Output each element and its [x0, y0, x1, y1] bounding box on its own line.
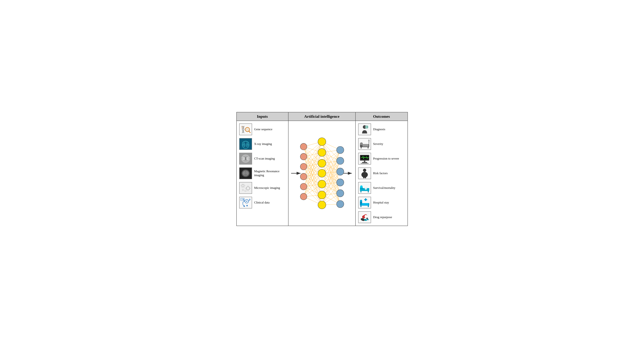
svg-point-144 — [318, 169, 326, 178]
svg-rect-176 — [363, 177, 364, 178]
svg-point-142 — [318, 148, 326, 156]
mri-label: Magnetic Resonance imaging — [254, 169, 286, 177]
diagnosis-icon — [359, 124, 370, 134]
outcomes-panel: Outcomes — [356, 112, 408, 226]
svg-rect-23 — [240, 182, 252, 194]
inputs-header: Inputs — [237, 112, 288, 121]
svg-point-175 — [362, 172, 368, 178]
micro-label: Microscopic imaging — [254, 186, 280, 190]
drug-icon-box — [358, 211, 371, 223]
ctscan-label: CT-scan imaging — [254, 157, 275, 160]
risk-factors-label: Risk factors — [373, 171, 388, 175]
clinical-label: Clinical data — [254, 200, 270, 204]
survival-label: Survival/mortality — [373, 186, 396, 190]
svg-point-147 — [318, 201, 326, 209]
svg-point-153 — [336, 200, 344, 208]
input-item-xray: X-ray imaging — [239, 138, 286, 150]
svg-point-135 — [300, 143, 307, 150]
svg-point-146 — [318, 191, 326, 199]
clinical-icon — [240, 198, 251, 208]
diagnosis-label: Diagnosis — [373, 128, 385, 131]
svg-rect-192 — [362, 203, 368, 205]
outcome-item-hospital: Hospital stay — [358, 196, 405, 209]
svg-rect-179 — [360, 191, 362, 192]
svg-point-148 — [336, 146, 344, 154]
svg-point-136 — [300, 153, 307, 160]
gene-sequence-icon: ATGC TACC — [240, 124, 251, 134]
svg-rect-165 — [362, 144, 368, 147]
ai-body — [288, 121, 355, 226]
svg-rect-191 — [365, 198, 366, 201]
svg-rect-177 — [365, 177, 366, 178]
svg-point-141 — [318, 138, 326, 146]
svg-point-151 — [336, 179, 344, 186]
outcome-item-progression: Progression to severe — [358, 152, 405, 165]
outcome-item-severity: Severity — [358, 138, 405, 150]
severity-icon — [359, 139, 370, 149]
svg-point-137 — [300, 163, 307, 170]
ctscan-icon-box — [239, 153, 252, 164]
svg-rect-173 — [361, 163, 368, 164]
svg-rect-180 — [368, 191, 369, 192]
svg-rect-184 — [366, 188, 366, 190]
svg-point-139 — [300, 183, 307, 190]
input-item-micro: Microscopic imaging — [239, 181, 286, 194]
outcome-item-survival: Survival/mortality — [358, 181, 405, 194]
hospital-stay-label: Hospital stay — [373, 200, 389, 204]
svg-point-12 — [246, 143, 248, 147]
survival-icon — [359, 183, 370, 193]
svg-point-42 — [244, 206, 245, 207]
input-item-ctscan: CT-scan imaging — [239, 152, 286, 165]
xray-label: X-ray imaging — [254, 142, 272, 146]
svg-rect-172 — [362, 162, 367, 163]
svg-line-8 — [249, 131, 250, 133]
input-item-mri: Magnetic Resonance imaging — [239, 167, 286, 180]
outcomes-header: Outcomes — [356, 112, 408, 121]
ctscan-icon — [240, 153, 252, 164]
severity-label: Severity — [373, 142, 383, 146]
outcome-item-risk: Risk factors — [358, 167, 405, 180]
outcomes-body: Diagnosis — [356, 121, 408, 226]
svg-point-41 — [246, 201, 247, 202]
svg-point-198 — [367, 219, 368, 220]
survival-icon-box — [358, 182, 371, 194]
mri-icon — [240, 168, 252, 179]
svg-point-140 — [300, 193, 307, 200]
svg-rect-9 — [240, 138, 252, 150]
svg-point-138 — [300, 173, 307, 180]
svg-point-189 — [360, 200, 362, 202]
neural-network-diagram — [290, 134, 354, 212]
clinical-icon-box — [239, 197, 252, 208]
svg-point-143 — [318, 159, 326, 168]
main-container: Inputs ATGC TACC — [236, 112, 408, 226]
outcome-item-drug: Drug repurpose — [358, 210, 405, 224]
mri-icon-box — [239, 168, 252, 179]
gene-sequence-label: Gene sequence — [254, 128, 272, 131]
svg-point-149 — [336, 157, 344, 164]
svg-point-156 — [366, 126, 367, 128]
outcome-item-diagnosis: Diagnosis — [358, 123, 405, 136]
hospital-icon — [359, 198, 370, 208]
input-item-clinical: Clinical data — [239, 196, 286, 209]
svg-rect-186 — [360, 206, 362, 207]
svg-point-19 — [245, 157, 246, 158]
xray-icon-box — [239, 138, 252, 150]
drug-repurpose-label: Drug repurpose — [373, 215, 392, 219]
xray-icon — [240, 138, 252, 150]
drug-icon — [359, 212, 370, 222]
severity-icon-box — [358, 138, 371, 150]
risk-icon — [359, 168, 370, 178]
diagnosis-icon-box — [358, 124, 371, 135]
micro-icon — [240, 182, 252, 194]
gene-icon-box: ATGC TACC — [239, 124, 252, 135]
inputs-panel: Inputs ATGC TACC — [237, 112, 288, 226]
hospital-icon-box — [358, 197, 371, 208]
svg-rect-171 — [364, 160, 365, 162]
ai-panel: Artificial intelligence — [288, 112, 356, 226]
svg-point-145 — [318, 180, 326, 188]
svg-rect-187 — [368, 206, 369, 207]
svg-point-18 — [245, 158, 246, 160]
svg-point-174 — [363, 169, 366, 172]
progression-icon — [359, 154, 370, 164]
input-item-gene: ATGC TACC Gene se — [239, 123, 286, 136]
